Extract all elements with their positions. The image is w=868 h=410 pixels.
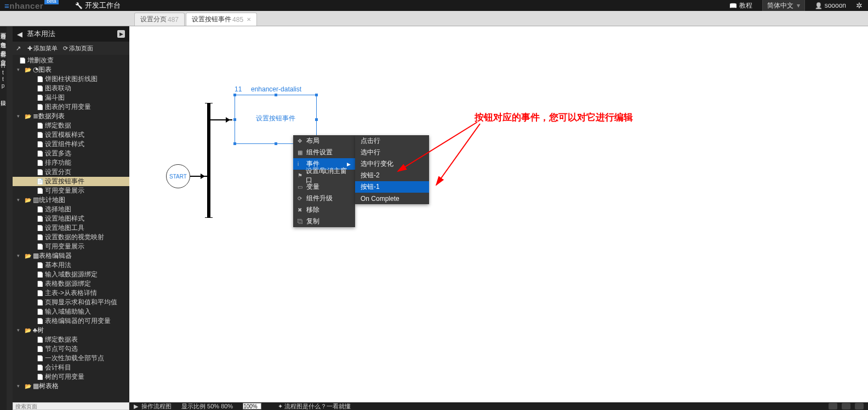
settings-icon[interactable]: ✲ bbox=[856, 1, 863, 10]
context-submenu: 点击行 选中行 选中行变化 按钮-2 按钮-1 On Complete bbox=[355, 135, 429, 204]
grid-icon: ▦ bbox=[33, 251, 39, 261]
tree-item[interactable]: 设置地图工具 bbox=[13, 223, 129, 233]
sidebar: ◀ 基本用法 ▶ 添加菜单 添加页面 增删改查 📂◔图表 饼图柱状图折线图 图表… bbox=[13, 26, 129, 410]
tree-group[interactable]: 📂♣树 bbox=[13, 326, 129, 335]
tree-item[interactable]: 可用变量展示 bbox=[13, 242, 129, 251]
search-input[interactable] bbox=[13, 402, 129, 410]
tool-icon[interactable] bbox=[842, 403, 850, 409]
folder-icon: 📂 bbox=[25, 195, 31, 205]
tree-item[interactable]: 设置多选 bbox=[13, 149, 129, 158]
language-select[interactable]: 简体中文 bbox=[762, 0, 805, 12]
expand-icon[interactable] bbox=[16, 45, 22, 52]
add-menu-button[interactable]: 添加菜单 bbox=[27, 44, 58, 53]
sidebar-toolbar: 添加菜单 添加页面 bbox=[13, 42, 129, 55]
submenu-item[interactable]: 选中行变化 bbox=[355, 158, 429, 170]
chart-icon: ◔ bbox=[33, 65, 38, 74]
tree-group[interactable]: 📂▦树表格 bbox=[13, 382, 129, 391]
tree-item[interactable]: 排序功能 bbox=[13, 158, 129, 168]
user-menu[interactable]: soooon bbox=[815, 2, 846, 9]
tree-group[interactable]: 📂◔图表 bbox=[13, 65, 129, 74]
ctx-settings[interactable]: ▦组件设置 bbox=[293, 147, 355, 158]
tree-item[interactable]: 绑定数据表 bbox=[13, 335, 129, 344]
start-node[interactable]: START bbox=[166, 164, 190, 188]
tree-item[interactable]: 设置地图样式 bbox=[13, 214, 129, 223]
add-page-button[interactable]: 添加页面 bbox=[63, 44, 93, 53]
tree-item[interactable]: 漏斗图 bbox=[13, 93, 129, 102]
tree-item[interactable]: 绑定数据 bbox=[13, 121, 129, 130]
tree-item[interactable]: 图表的可用变量 bbox=[13, 102, 129, 112]
tree-item[interactable]: 设置组件样式 bbox=[13, 140, 129, 149]
tree-item[interactable]: 表格数据源绑定 bbox=[13, 279, 129, 288]
tree-item[interactable]: 页脚显示求和值和平均值 bbox=[13, 298, 129, 307]
widget-title: 设置按钮事件 bbox=[235, 114, 317, 123]
vertical-nav[interactable]: 页面管理 角色管理 全局配置 自定义 Http 接口 bbox=[0, 26, 7, 410]
tree-item[interactable]: 一次性加载全部节点 bbox=[13, 354, 129, 363]
tree-item-selected[interactable]: 设置按钮事件 bbox=[13, 177, 129, 186]
tree-item[interactable]: 输入域数据源绑定 bbox=[13, 270, 129, 279]
submenu-item[interactable]: On Complete bbox=[355, 193, 429, 204]
submenu-item[interactable]: 按钮-2 bbox=[355, 170, 429, 181]
tree-item[interactable]: 主表->从表格详情 bbox=[13, 288, 129, 298]
flow-label[interactable]: 操作流程图 bbox=[141, 402, 172, 410]
folder-icon: 📂 bbox=[25, 382, 31, 391]
folder-icon: 📂 bbox=[25, 326, 31, 335]
folder-icon: 📂 bbox=[25, 112, 31, 121]
map-icon: ▥ bbox=[33, 195, 39, 205]
tree-item[interactable]: 设置分页 bbox=[13, 168, 129, 177]
tree-item[interactable]: 选择地图 bbox=[13, 205, 129, 214]
page-tree: 增删改查 📂◔图表 饼图柱状图折线图 图表联动 漏斗图 图表的可用变量 📂≣数据… bbox=[13, 55, 129, 396]
flag-icon: ⚑ bbox=[298, 172, 306, 178]
copy-icon: ⿻ bbox=[298, 218, 306, 224]
tutorial-link[interactable]: 教程 bbox=[729, 1, 752, 10]
workbench-link[interactable]: 开发工作台 bbox=[75, 1, 121, 10]
tip-text[interactable]: ✦ 流程图是什么？一看就懂 bbox=[278, 402, 351, 410]
chevron-right-icon[interactable]: ▶ bbox=[134, 403, 138, 410]
ctx-upgrade[interactable]: ⟳组件升级 bbox=[293, 193, 355, 204]
tree-item[interactable]: 会计科目 bbox=[13, 363, 129, 372]
grid-icon: ▦ bbox=[298, 149, 306, 155]
ctx-mainwin[interactable]: ⚑设置/取消主窗口 bbox=[293, 170, 355, 181]
tree-item[interactable]: 节点可勾选 bbox=[13, 344, 129, 354]
tree-item[interactable]: 设置模板样式 bbox=[13, 130, 129, 140]
zoom-input[interactable] bbox=[243, 403, 261, 409]
back-icon[interactable]: ◀ bbox=[17, 30, 22, 38]
tree-item[interactable]: 基本用法 bbox=[13, 261, 129, 270]
tree-item[interactable]: 树的可用变量 bbox=[13, 372, 129, 382]
tree-item[interactable]: 饼图柱状图折线图 bbox=[13, 74, 129, 84]
folder-icon: 📂 bbox=[25, 251, 31, 261]
annotation-arrows bbox=[129, 26, 868, 402]
submenu-item-selected[interactable]: 按钮-1 bbox=[355, 181, 429, 193]
ctx-remove[interactable]: ✖移除 bbox=[293, 204, 355, 216]
bottom-right-icons bbox=[829, 403, 864, 409]
tree-item[interactable]: 输入域辅助输入 bbox=[13, 307, 129, 316]
bottom-bar: ▶ 操作流程图 显示比例 50% 80% ✦ 流程图是什么？一看就懂 bbox=[129, 402, 868, 410]
tree-group[interactable]: 📂▦表格编辑器 bbox=[13, 251, 129, 261]
info-icon: i bbox=[298, 161, 306, 167]
ctx-layout[interactable]: ✥布局 bbox=[293, 135, 355, 147]
tree-item[interactable]: 表格编辑器的可用变量 bbox=[13, 316, 129, 326]
close-icon: ✖ bbox=[298, 207, 306, 213]
tree-group[interactable]: 📂▥统计地图 bbox=[13, 195, 129, 205]
widget-id: 11 bbox=[235, 85, 251, 93]
tool-icon[interactable] bbox=[829, 403, 837, 409]
tree-item[interactable]: 增删改查 bbox=[13, 56, 129, 65]
close-icon[interactable]: ✕ bbox=[247, 16, 251, 22]
tab-label: 设置按钮事件 bbox=[192, 15, 231, 24]
tab-item[interactable]: 设置按钮事件485✕ bbox=[186, 13, 257, 26]
sidebar-header: ◀ 基本用法 ▶ bbox=[13, 26, 129, 42]
tree-item[interactable]: 图表联动 bbox=[13, 84, 129, 93]
tree-item[interactable]: 可用变量展示 bbox=[13, 186, 129, 195]
logo: ≡nhancer bbox=[4, 1, 43, 10]
tab-item[interactable]: 设置分页487 bbox=[134, 13, 185, 26]
widget-header: 11 enhancer-datalist bbox=[235, 85, 317, 93]
tree-item[interactable]: 设置数据的视觉映射 bbox=[13, 233, 129, 242]
tool-icon[interactable] bbox=[855, 403, 864, 409]
submenu-item[interactable]: 点击行 bbox=[355, 135, 429, 147]
tree-group[interactable]: 📂≣数据列表 bbox=[13, 112, 129, 121]
tab-label: 设置分页 bbox=[140, 15, 167, 24]
play-icon[interactable]: ▶ bbox=[117, 30, 125, 38]
flow-canvas[interactable]: START 11 enhancer-datalist 设置按钮事件 ✥布局 ▦组… bbox=[129, 26, 868, 402]
sidebar-title: 基本用法 bbox=[27, 29, 55, 39]
ctx-copy[interactable]: ⿻复制 bbox=[293, 216, 355, 227]
submenu-item[interactable]: 选中行 bbox=[355, 147, 429, 158]
